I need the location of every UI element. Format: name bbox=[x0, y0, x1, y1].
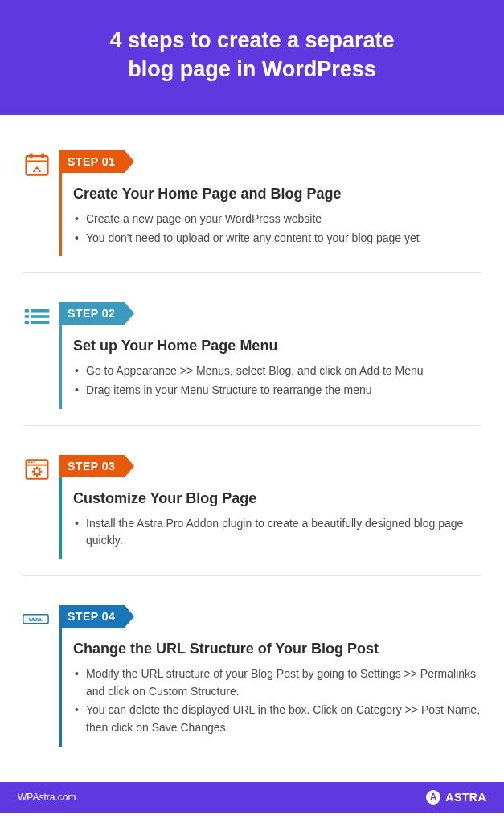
step-3-body: STEP 03 Customize Your Blog Page Install… bbox=[59, 455, 481, 559]
footer-site: WPAstra.com bbox=[18, 792, 76, 803]
svg-point-13 bbox=[28, 461, 30, 463]
divider bbox=[23, 425, 481, 426]
title-line-1: 4 steps to create a separate bbox=[109, 28, 394, 52]
svg-rect-3 bbox=[41, 153, 44, 157]
step-3-label: STEP 03 bbox=[59, 455, 125, 477]
svg-rect-0 bbox=[27, 156, 48, 174]
step-1-bullets: Create a new page on your WordPress webs… bbox=[73, 211, 481, 247]
svg-rect-6 bbox=[31, 309, 49, 313]
www-url-icon: www. bbox=[23, 605, 59, 637]
steps-container: STEP 01 Create Your Home Page and Blog P… bbox=[0, 115, 504, 782]
step-1: STEP 01 Create Your Home Page and Blog P… bbox=[23, 150, 481, 256]
step-2-label: STEP 02 bbox=[59, 302, 125, 325]
step-4-body: STEP 04 Change the URL Structure of Your… bbox=[59, 605, 481, 747]
svg-rect-10 bbox=[31, 321, 49, 325]
list-item: Create a new page on your WordPress webs… bbox=[73, 211, 481, 228]
svg-rect-4 bbox=[35, 169, 39, 172]
footer-brand: A ASTRA bbox=[426, 790, 486, 805]
step-4: www. STEP 04 Change the URL Structure of… bbox=[23, 605, 481, 747]
svg-text:www.: www. bbox=[28, 616, 43, 622]
step-3: STEP 03 Customize Your Blog Page Install… bbox=[23, 455, 481, 559]
list-item: Drag items in your Menu Structure to rea… bbox=[73, 382, 481, 399]
list-item: Install the Astra Pro Addon plugin to cr… bbox=[73, 515, 481, 550]
page-header: 4 steps to create a separate blog page i… bbox=[0, 0, 504, 115]
step-1-title: Create Your Home Page and Blog Page bbox=[73, 186, 481, 203]
title-line-2: blog page in WordPress bbox=[128, 57, 376, 81]
step-2: STEP 02 Set up Your Home Page Menu Go to… bbox=[23, 302, 481, 408]
step-4-label: STEP 04 bbox=[59, 605, 125, 628]
browser-gear-icon bbox=[23, 455, 59, 487]
list-item: Go to Appearance >> Menus, select Blog, … bbox=[73, 362, 481, 380]
divider bbox=[23, 272, 481, 273]
svg-line-23 bbox=[39, 468, 41, 469]
svg-line-24 bbox=[34, 473, 35, 475]
svg-line-21 bbox=[34, 468, 35, 469]
step-2-bullets: Go to Appearance >> Menus, select Blog, … bbox=[73, 362, 481, 399]
list-item: You don't need to upload or write any co… bbox=[73, 230, 481, 248]
menu-list-icon bbox=[23, 302, 59, 334]
svg-line-22 bbox=[39, 473, 41, 475]
svg-rect-8 bbox=[31, 315, 49, 318]
svg-point-16 bbox=[34, 469, 39, 474]
svg-rect-9 bbox=[25, 321, 29, 325]
svg-rect-5 bbox=[25, 309, 29, 313]
step-1-body: STEP 01 Create Your Home Page and Blog P… bbox=[59, 150, 481, 256]
page-title: 4 steps to create a separate blog page i… bbox=[32, 26, 472, 84]
step-2-title: Set up Your Home Page Menu bbox=[73, 338, 481, 354]
svg-rect-2 bbox=[30, 153, 33, 157]
list-item: Modify the URL structure of your Blog Po… bbox=[73, 665, 481, 700]
astra-logo-icon: A bbox=[426, 790, 440, 805]
page-footer: WPAstra.com A ASTRA bbox=[0, 782, 504, 813]
step-4-bullets: Modify the URL structure of your Blog Po… bbox=[73, 665, 481, 737]
divider bbox=[23, 575, 481, 576]
step-1-label: STEP 01 bbox=[59, 150, 125, 173]
svg-point-14 bbox=[31, 461, 33, 463]
footer-brand-text: ASTRA bbox=[445, 791, 486, 804]
step-3-bullets: Install the Astra Pro Addon plugin to cr… bbox=[73, 515, 481, 550]
step-4-title: Change the URL Structure of Your Blog Po… bbox=[73, 641, 481, 657]
step-3-title: Customize Your Blog Page bbox=[73, 490, 481, 507]
svg-point-15 bbox=[34, 461, 35, 463]
calendar-home-icon bbox=[23, 150, 59, 182]
step-2-body: STEP 02 Set up Your Home Page Menu Go to… bbox=[59, 302, 481, 408]
svg-rect-7 bbox=[25, 315, 29, 318]
list-item: You can delete the displayed URL in the … bbox=[73, 702, 481, 736]
